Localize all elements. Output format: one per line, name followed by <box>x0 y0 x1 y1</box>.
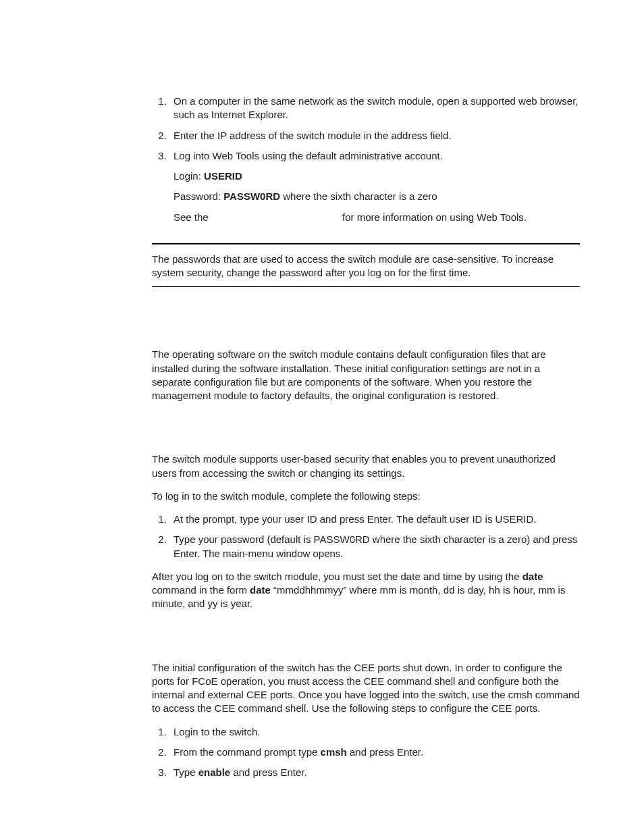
list-item-text: Type your password (default is PASSW0RD … <box>173 533 577 558</box>
defaults-paragraph: The operating software on the switch mod… <box>152 348 580 402</box>
item2-lead: From the command prompt type <box>173 746 321 758</box>
credentials-block: Login: USERID Password: PASSW0RD where t… <box>173 170 580 224</box>
list-item-text: Enter the IP address of the switch modul… <box>173 130 452 141</box>
item3-tail: and press Enter. <box>230 766 306 778</box>
note-text: The passwords that are used to access th… <box>152 253 580 280</box>
list-item-text: Log into Web Tools using the default adm… <box>173 150 443 161</box>
list-item-text: On a computer in the same network as the… <box>173 95 579 120</box>
list-item-text: At the prompt, type your user ID and pre… <box>173 513 536 525</box>
list-item: Log into Web Tools using the default adm… <box>169 149 580 224</box>
list-item: Type enable and press Enter. <box>169 766 580 779</box>
cmsh-cmd: cmsh <box>321 746 347 758</box>
ordered-list-cee: Login to the switch. From the command pr… <box>152 725 580 780</box>
spacer <box>152 287 580 348</box>
enable-cmd: enable <box>198 766 231 778</box>
ordered-list-webtools: On a computer in the same network as the… <box>152 95 580 224</box>
item2-tail: and press Enter. <box>347 746 423 758</box>
see-tail: for more information on using Web Tools. <box>340 211 527 223</box>
spacer <box>152 412 580 452</box>
login-value: USERID <box>204 170 242 182</box>
login-label: Login: <box>173 170 204 182</box>
list-item-text: Login to the switch. <box>173 726 260 737</box>
list-item: From the command prompt type cmsh and pr… <box>169 746 580 759</box>
list-item: Type your password (default is PASSW0RD … <box>169 533 580 561</box>
note-body: The passwords that are used to access th… <box>152 253 580 280</box>
login-steps-lead: To log in to the switch module, complete… <box>152 490 580 503</box>
list-item: Login to the switch. <box>169 725 580 739</box>
password-tail: where the sixth character is a zero <box>280 190 437 202</box>
document-page: On a computer in the same network as the… <box>0 0 644 834</box>
item3-lead: Type <box>173 766 198 778</box>
list-item: At the prompt, type your user ID and pre… <box>169 513 580 526</box>
note-rule-top <box>152 243 580 244</box>
see-lead: See the <box>173 211 211 223</box>
spacer <box>152 621 580 661</box>
date-lead: After you log on to the switch module, y… <box>152 571 522 582</box>
date-cmd-1: date <box>522 571 543 582</box>
date-paragraph: After you log on to the switch module, y… <box>152 570 580 611</box>
list-item: Enter the IP address of the switch modul… <box>169 129 580 142</box>
ordered-list-login: At the prompt, type your user ID and pre… <box>152 513 580 561</box>
password-label: Password: <box>173 190 223 202</box>
date-cmd-2: date <box>250 584 271 596</box>
date-mid: command in the form <box>152 584 250 596</box>
list-item: On a computer in the same network as the… <box>169 95 580 122</box>
cee-intro: The initial configuration of the switch … <box>152 661 580 716</box>
password-value: PASSW0RD <box>223 190 280 202</box>
security-intro: The switch module supports user-based se… <box>152 452 580 480</box>
